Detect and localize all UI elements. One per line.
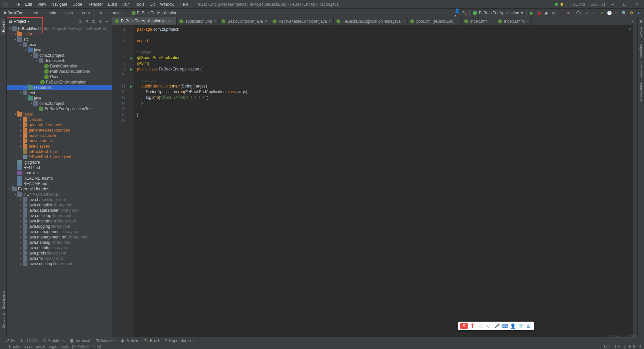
close-tab-icon[interactable]: ×	[172, 19, 174, 23]
impl-gutter-icon[interactable]: ◉	[130, 56, 133, 60]
tool-project[interactable]: Project	[1, 19, 5, 34]
ime-voice-icon[interactable]: 🎤	[494, 323, 500, 329]
git-push-icon[interactable]: ↗	[599, 10, 605, 16]
editor-tab[interactable]: BasicController.java×	[219, 17, 270, 25]
tree-jar1[interactable]: feBackEnd-1.jar	[7, 149, 112, 154]
panel-settings-icon[interactable]: ⚙	[97, 18, 103, 24]
crumb-2[interactable]: main	[46, 11, 57, 15]
tree-lib[interactable]: ▸java.net.http library root	[7, 245, 112, 250]
tree-java[interactable]: ▾java	[7, 47, 112, 53]
crumb-6[interactable]: project	[110, 11, 125, 15]
menu-build[interactable]: Build	[105, 1, 120, 7]
tool-notifications[interactable]: Notifications	[639, 79, 643, 104]
tree-readme1[interactable]: README.en.md	[7, 176, 112, 181]
git-history-icon[interactable]: 🕐	[607, 10, 612, 16]
tree-gentest[interactable]: ▸generated-test-sources	[7, 128, 112, 133]
project-tree[interactable]: ▾feBackEnd D:\IdeaProjects\FeProject\feB…	[7, 25, 112, 337]
menu-window[interactable]: Window	[157, 1, 177, 7]
menu-refactor[interactable]: Refactor	[85, 1, 105, 7]
ime-punct-icon[interactable]: •,	[478, 323, 484, 329]
profile-button[interactable]: ⊙	[551, 10, 556, 16]
tabs-more-icon[interactable]: ⋮	[630, 19, 635, 24]
user-icon[interactable]: 👤▾	[455, 10, 460, 16]
tree-lib[interactable]: ▸java.desktop library root	[7, 213, 112, 218]
bb-git[interactable]: ⎇ Git	[3, 338, 18, 343]
run-gutter-icon[interactable]: ▶	[130, 67, 133, 71]
status-enc[interactable]: UTF-8	[624, 344, 635, 349]
tree-lib[interactable]: ▸java.logging library root	[7, 224, 112, 229]
crumb-0[interactable]: feBackEnd	[3, 11, 25, 15]
menu-help[interactable]: Help	[177, 1, 191, 7]
bb-terminal[interactable]: ▣ Terminal	[68, 338, 92, 343]
tree-lib[interactable]: ▸java.management.rmi library root	[7, 234, 112, 240]
ime-person-icon[interactable]: 👤	[510, 323, 516, 329]
tree-user[interactable]: User	[7, 74, 112, 79]
tree-gitignore[interactable]: .gitignore	[7, 160, 112, 165]
ime-toolbar[interactable]: S 中 •, ☺ 🎤 ⌨ 👤 👕 ⊞	[458, 322, 534, 330]
select-opened-icon[interactable]: ⊙	[77, 18, 83, 24]
editor-tab[interactable]: FeBackEndApplicationTests.java×	[334, 17, 408, 25]
tree-demos[interactable]: ▾demos.web	[7, 58, 112, 63]
tree-lib[interactable]: ▸java.rmi library root	[7, 256, 112, 261]
tree-extlib[interactable]: ▾External Libraries	[7, 186, 112, 192]
hammer-icon[interactable]: 🔨	[462, 10, 467, 16]
close-tab-icon[interactable]: ×	[329, 19, 331, 23]
tree-classes[interactable]: ▸classes	[7, 117, 112, 122]
bb-problems[interactable]: ⊘ Problems	[41, 338, 67, 343]
tree-lib[interactable]: ▸java.scripting library root	[7, 261, 112, 267]
crumb-4[interactable]: com	[81, 11, 91, 15]
editor-tab[interactable]: FeBackEndApplication.java×	[112, 17, 177, 25]
tree-lib[interactable]: ▸java.compiler library root	[7, 202, 112, 208]
stop-button[interactable]: ■	[566, 10, 571, 16]
hide-panel-icon[interactable]: ─	[104, 18, 110, 24]
bb-build[interactable]: 🔨 Build	[142, 338, 161, 343]
menu-file[interactable]: File	[11, 1, 22, 7]
collapse-all-icon[interactable]: ≣	[91, 18, 97, 24]
status-pos[interactable]: 17:1	[603, 344, 611, 349]
tree-app-class[interactable]: FeBackEndApplication	[7, 79, 112, 85]
tool-bookmarks[interactable]: Bookmarks	[1, 289, 5, 311]
status-icon[interactable]: ☐	[3, 344, 6, 349]
run-button[interactable]: ▶	[529, 10, 534, 16]
tree-help[interactable]: HELP.md	[7, 165, 112, 170]
avatar-icon[interactable]: ●	[636, 10, 641, 16]
tree-tests[interactable]: FeBackEndApplicationTests	[7, 106, 112, 112]
tool-database[interactable]: Database	[639, 60, 643, 79]
editor-tab[interactable]: index3.html×	[495, 17, 531, 25]
tree-lib[interactable]: ▸java.base library root	[7, 197, 112, 202]
tool-maven[interactable]: m	[639, 19, 643, 24]
tool-structure[interactable]: Structure	[1, 311, 5, 330]
editor-tab[interactable]: index.html×	[462, 17, 496, 25]
close-tab-icon[interactable]: ×	[491, 19, 493, 23]
menu-code[interactable]: Code	[70, 1, 85, 7]
menu-edit[interactable]: Edit	[22, 1, 35, 7]
run-config-selector[interactable]: FeBackEndApplication ▾	[469, 10, 527, 16]
maximize-button[interactable]: ☐	[620, 1, 629, 7]
tree-test[interactable]: ▾test	[7, 90, 112, 96]
editor-tab[interactable]: application.yml×	[177, 17, 219, 25]
tree-testclasses[interactable]: ▸test-classes	[7, 144, 112, 149]
menu-navigate[interactable]: Navigate	[49, 1, 70, 7]
tree-pathvar-controller[interactable]: PathVariableController	[7, 69, 112, 74]
tree-pkg2[interactable]: ▾com.zt.project	[7, 101, 112, 106]
close-tab-icon[interactable]: ×	[457, 19, 459, 23]
close-tab-icon[interactable]: ×	[527, 19, 529, 23]
crumb-1[interactable]: src	[31, 11, 39, 15]
tree-readme2[interactable]: README.md	[7, 181, 112, 186]
tree-resources[interactable]: ▸resources	[7, 85, 112, 90]
tool-maven-label[interactable]: Maven	[639, 24, 643, 39]
ime-keyboard-icon[interactable]: ⌨	[502, 323, 508, 329]
bb-services[interactable]: ⊞ Services	[94, 338, 118, 343]
minimize-button[interactable]: ─	[608, 1, 617, 7]
tree-gensrc[interactable]: ▸generated-sources	[7, 122, 112, 128]
sogou-icon[interactable]: S	[460, 323, 468, 329]
bb-profiler[interactable]: ◉ Profiler	[119, 338, 140, 343]
status-lf[interactable]: LF	[615, 344, 620, 349]
ime-emoji-icon[interactable]: ☺	[486, 323, 492, 329]
tool-endpoints[interactable]: Endpoints	[639, 39, 643, 60]
bb-todo[interactable]: ☑ TODO	[19, 338, 39, 343]
git-commit-icon[interactable]: ✓	[592, 10, 597, 16]
tree-pkg[interactable]: ▾com.zt.project	[7, 53, 112, 58]
tree-idea[interactable]: ▸.idea	[7, 31, 112, 37]
tree-lib[interactable]: ▸java.datatransfer library root	[7, 208, 112, 213]
